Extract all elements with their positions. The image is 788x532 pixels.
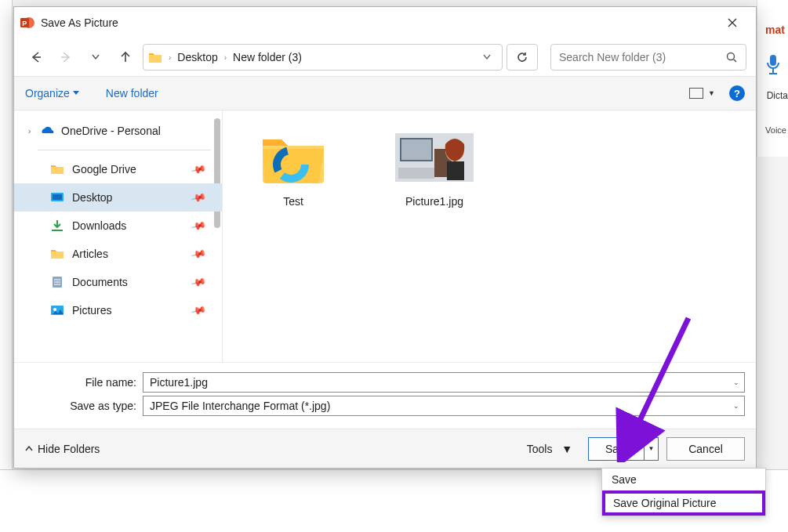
filetype-value: JPEG File Interchange Format (*.jpg)	[150, 400, 330, 412]
organize-label: Organize	[25, 87, 70, 100]
nav-up-button[interactable]	[113, 45, 138, 70]
filetype-row: Save as type: JPEG File Interchange Form…	[25, 396, 745, 416]
folder-thumbnail	[254, 126, 332, 189]
titlebar: P Save As Picture	[14, 7, 756, 38]
help-button[interactable]: ?	[729, 85, 745, 101]
breadcrumb-new-folder[interactable]: New folder (3)	[228, 48, 307, 67]
pin-icon: 📌	[190, 190, 206, 206]
filetype-label: Save as type:	[25, 400, 143, 412]
breadcrumb-address-bar[interactable]: › Desktop › New folder (3)	[143, 44, 503, 71]
sidebar-item-label: OneDrive - Personal	[61, 125, 161, 137]
svg-rect-28	[398, 168, 434, 179]
sidebar-item-documents[interactable]: Documents 📌	[14, 268, 222, 296]
save-dropdown-menu: Save Save Original Picture	[601, 468, 766, 516]
search-box[interactable]	[550, 44, 746, 71]
save-split-button[interactable]: Save ▼	[588, 437, 659, 461]
sidebar-item-label: Downloads	[72, 219, 126, 232]
pin-icon: 📌	[190, 246, 206, 262]
close-button[interactable]	[715, 11, 750, 34]
form-area: File name: Picture1.jpg ⌄ Save as type: …	[14, 362, 756, 429]
chevron-down-icon[interactable]: ⌄	[733, 378, 739, 386]
filename-row: File name: Picture1.jpg ⌄	[25, 372, 745, 393]
pin-icon: 📌	[190, 302, 206, 319]
document-icon	[50, 276, 66, 288]
sidebar-item-label: Google Drive	[72, 163, 136, 176]
refresh-icon	[516, 51, 528, 63]
chevron-right-icon[interactable]: ›	[28, 127, 39, 136]
sidebar-item-label: Documents	[72, 276, 128, 288]
format-tab-text: mat	[765, 24, 785, 36]
desktop-icon	[50, 191, 66, 204]
file-name-label: Test	[283, 195, 303, 208]
voice-group-label: Voice	[765, 125, 786, 135]
sidebar-item-label: Desktop	[72, 191, 112, 204]
file-name-label: Picture1.jpg	[405, 195, 463, 208]
arrow-right-icon	[60, 51, 72, 63]
address-history-dropdown[interactable]	[477, 54, 497, 60]
chevron-down-icon	[73, 91, 79, 96]
sidebar-item-google-drive[interactable]: Google Drive 📌	[14, 155, 222, 183]
nav-recent-button[interactable]	[83, 45, 108, 70]
svg-rect-0	[770, 55, 776, 66]
powerpoint-icon: P	[20, 16, 34, 30]
dialog-body: › OneDrive - Personal Google Drive 📌 Des…	[14, 110, 756, 362]
nav-forward-button[interactable]	[53, 45, 78, 70]
pictures-icon	[50, 304, 66, 317]
cancel-button[interactable]: Cancel	[666, 437, 745, 461]
hide-folders-label: Hide Folders	[38, 443, 100, 455]
folder-icon	[50, 248, 66, 260]
filename-label: File name:	[25, 376, 143, 389]
sidebar-item-label: Pictures	[72, 304, 112, 317]
pin-icon: 📌	[190, 218, 206, 234]
tools-label: Tools	[527, 443, 553, 455]
toolbar-row: Organize New folder ▼ ?	[14, 76, 756, 110]
file-item-test-folder[interactable]: Test	[238, 126, 348, 208]
dictate-mic-icon	[764, 53, 782, 77]
save-label: Save	[605, 443, 641, 455]
view-mode-button[interactable]	[689, 88, 703, 99]
save-as-picture-dialog: P Save As Picture › Desktop › New	[13, 6, 757, 469]
svg-point-19	[53, 308, 56, 311]
pin-icon: 📌	[190, 161, 206, 178]
pin-icon: 📌	[190, 274, 206, 291]
chevron-down-icon	[92, 54, 100, 60]
organize-menu[interactable]: Organize	[25, 87, 79, 100]
menu-item-save[interactable]: Save	[602, 469, 765, 490]
sidebar-item-articles[interactable]: Articles 📌	[14, 240, 222, 268]
file-item-picture1[interactable]: Picture1.jpg	[379, 126, 489, 208]
tools-menu[interactable]: Tools ▼	[527, 443, 572, 455]
chevron-down-icon	[483, 54, 491, 60]
refresh-button[interactable]	[507, 44, 538, 71]
image-thumbnail	[395, 126, 474, 189]
hide-folders-button[interactable]: Hide Folders	[25, 443, 100, 455]
close-icon	[728, 18, 737, 27]
menu-item-save-original-picture[interactable]: Save Original Picture	[602, 490, 765, 516]
chevron-right-icon[interactable]: ›	[223, 53, 228, 62]
nav-back-button[interactable]	[24, 45, 49, 70]
navigation-sidebar: › OneDrive - Personal Google Drive 📌 Des…	[14, 110, 223, 362]
svg-point-9	[728, 52, 735, 60]
folder-icon	[50, 163, 66, 176]
sidebar-item-pictures[interactable]: Pictures 📌	[14, 296, 222, 324]
view-mode-dropdown[interactable]: ▼	[708, 89, 715, 97]
sidebar-item-desktop[interactable]: Desktop 📌	[14, 183, 222, 212]
filename-input[interactable]: Picture1.jpg ⌄	[143, 372, 745, 393]
arrow-up-icon	[119, 51, 132, 63]
breadcrumb-desktop[interactable]: Desktop	[172, 48, 222, 67]
sidebar-item-downloads[interactable]: Downloads 📌	[14, 212, 222, 240]
chevron-right-icon[interactable]: ›	[167, 53, 172, 62]
folder-icon	[148, 51, 162, 63]
sidebar-item-onedrive[interactable]: › OneDrive - Personal	[14, 117, 222, 145]
chevron-up-icon	[25, 446, 33, 452]
onedrive-icon	[39, 125, 55, 136]
cancel-label: Cancel	[688, 443, 723, 455]
save-dropdown-arrow[interactable]: ▼	[644, 438, 658, 460]
filetype-select[interactable]: JPEG File Interchange Format (*.jpg) ⌄	[143, 396, 745, 416]
file-list-pane[interactable]: Test Picture1.jpg	[223, 110, 756, 362]
svg-rect-24	[401, 139, 431, 160]
search-icon	[726, 52, 738, 63]
new-folder-button[interactable]: New folder	[106, 87, 158, 100]
chevron-down-icon[interactable]: ⌄	[733, 402, 739, 410]
dictate-label: Dicta	[767, 90, 788, 101]
search-input[interactable]	[559, 51, 726, 63]
